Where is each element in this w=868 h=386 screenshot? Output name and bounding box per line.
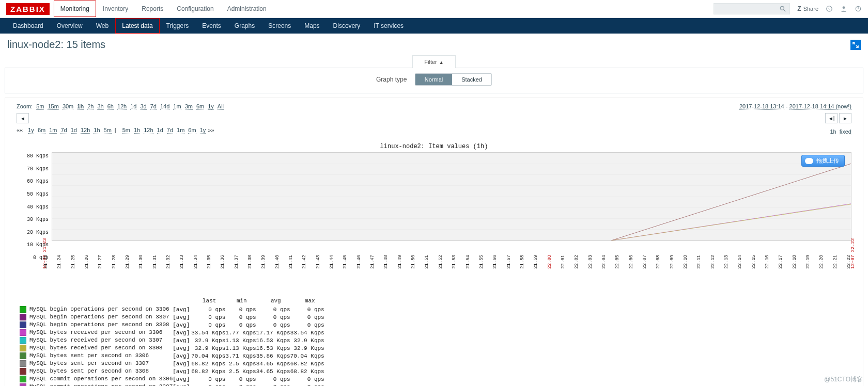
zoom-5m[interactable]: 5m (36, 103, 44, 110)
step-fwd-7d[interactable]: 7d (167, 127, 173, 134)
sub-nav-graphs[interactable]: Graphs (228, 18, 261, 34)
search-icon (779, 5, 786, 12)
legend-row: MySQL bytes sent per second on 3308[avg]… (20, 367, 324, 375)
step-back-5m[interactable]: 5m (104, 127, 112, 134)
nav-next-button[interactable]: ► (839, 113, 851, 123)
svg-point-0 (781, 6, 784, 10)
zoom-3h[interactable]: 3h (97, 103, 103, 110)
step-back-1y[interactable]: 1y (28, 127, 34, 134)
sub-nav-latest-data[interactable]: Latest data (115, 18, 159, 34)
step-fwd-5m[interactable]: 5m (122, 127, 130, 134)
chart-title: linux-node2: Item values (1h) (17, 143, 851, 150)
sub-nav-events[interactable]: Events (195, 18, 228, 34)
upload-badge[interactable]: 拖拽上传 (801, 155, 845, 167)
fixed-mode[interactable]: fixed (840, 128, 851, 135)
zoom-3m[interactable]: 3m (185, 103, 193, 110)
step-left-cap: «« (17, 127, 23, 133)
sub-nav: DashboardOverviewWebLatest dataTriggersE… (0, 18, 868, 34)
time-from[interactable]: 2017-12-18 13:14 (739, 103, 784, 110)
graph-type-segmented: Normal Stacked (415, 73, 492, 86)
svg-text:?: ? (828, 7, 830, 11)
filter-section: Filter▲ Graph type Normal Stacked (0, 55, 868, 93)
plot-area[interactable]: 拖拽上传 (52, 152, 851, 241)
step-fwd-12h[interactable]: 12h (144, 127, 153, 134)
graph-panel: Zoom: 5m15m30m1h2h3h6h12h1d3d7d14d1m3m6m… (5, 98, 863, 386)
zoom-7d[interactable]: 7d (150, 103, 157, 110)
svg-line-1 (784, 10, 786, 12)
legend-row: MySQL bytes received per second on 3307[… (20, 336, 324, 344)
filter-toggle[interactable]: Filter▲ (412, 55, 455, 68)
zoom-15m[interactable]: 15m (48, 103, 58, 110)
main-nav-reports[interactable]: Reports (135, 1, 170, 17)
zoom-1h[interactable]: 1h (77, 103, 84, 110)
main-nav-monitoring[interactable]: Monitoring (54, 1, 96, 17)
sub-nav-web[interactable]: Web (89, 18, 115, 34)
legend-row: MySQL bytes sent per second on 3306[avg]… (20, 352, 324, 360)
legend-row: MySQL begin operations per second on 330… (20, 313, 324, 321)
zoom-label: Zoom: (17, 103, 33, 109)
fullscreen-button[interactable] (850, 40, 861, 50)
zoom-14d[interactable]: 14d (160, 103, 169, 110)
time-to[interactable]: 2017-12-18 14:14 (now!) (789, 103, 851, 110)
sub-nav-screens[interactable]: Screens (261, 18, 298, 34)
time-range: 2017-12-18 13:14 - 2017-12-18 14:14 (now… (739, 103, 851, 109)
step-back-7d[interactable]: 7d (60, 127, 67, 134)
svg-line-15 (611, 164, 851, 240)
step-back-12h[interactable]: 12h (81, 127, 90, 134)
legend-row: MySQL bytes sent per second on 3307[avg]… (20, 360, 324, 367)
zabbix-z-icon: Z (797, 5, 801, 12)
step-fwd-6m[interactable]: 6m (188, 127, 196, 134)
legend-row: MySQL commit operations per second on 33… (20, 375, 324, 383)
top-bar: ZABBIX MonitoringInventoryReportsConfigu… (0, 0, 868, 18)
graph-type-normal[interactable]: Normal (415, 74, 452, 85)
zoom-6h[interactable]: 6h (107, 103, 114, 110)
zoom-1y[interactable]: 1y (208, 103, 214, 110)
top-right-tools: Z Share ? (714, 3, 862, 14)
zoom-30m[interactable]: 30m (63, 103, 73, 110)
step-fwd-1y[interactable]: 1y (200, 127, 206, 134)
step-fwd-1m[interactable]: 1m (177, 127, 184, 134)
zoom-1m[interactable]: 1m (173, 103, 181, 110)
zoom-2h[interactable]: 2h (87, 103, 94, 110)
step-back-1d[interactable]: 1d (71, 127, 77, 134)
main-nav: MonitoringInventoryReportsConfigurationA… (54, 1, 273, 17)
graph-type-label: Graph type (376, 76, 407, 83)
step-right-cap: »» (208, 127, 214, 133)
zoom-All[interactable]: All (218, 103, 224, 110)
step-back-1m[interactable]: 1m (49, 127, 57, 134)
share-button[interactable]: Z Share (797, 5, 818, 12)
main-nav-inventory[interactable]: Inventory (96, 1, 135, 17)
user-icon[interactable] (840, 5, 847, 12)
zoom-1d[interactable]: 1d (130, 103, 136, 110)
page-header: linux-node2: 15 items (0, 34, 868, 55)
sub-nav-dashboard[interactable]: Dashboard (6, 18, 50, 34)
legend-row: MySQL bytes received per second on 3306[… (20, 329, 324, 336)
nav-prev-end-button[interactable]: ◄| (825, 113, 838, 123)
nav-prev-button[interactable]: ◄ (17, 113, 29, 123)
zoom-12h[interactable]: 12h (117, 103, 127, 110)
step-back-6m[interactable]: 6m (38, 127, 45, 134)
x-axis: 12-07 21.2321.2321.2421.2521.2621.2721.2… (49, 243, 851, 269)
help-icon[interactable]: ? (826, 5, 833, 12)
search-input[interactable] (714, 3, 790, 14)
expand-icon (853, 42, 859, 48)
step-fwd-1d[interactable]: 1d (157, 127, 163, 134)
legend-row: MySQL commit operations per second on 33… (20, 383, 324, 386)
legend-row: MySQL begin operations per second on 330… (20, 321, 324, 329)
zoom-3d[interactable]: 3d (140, 103, 146, 110)
sub-nav-maps[interactable]: Maps (298, 18, 326, 34)
logo[interactable]: ZABBIX (6, 3, 50, 15)
zoom-6m[interactable]: 6m (196, 103, 204, 110)
legend-row: MySQL bytes received per second on 3308[… (20, 344, 324, 352)
main-nav-configuration[interactable]: Configuration (170, 1, 220, 17)
graph-type-stacked[interactable]: Stacked (452, 74, 491, 85)
sub-nav-overview[interactable]: Overview (50, 18, 89, 34)
step-back-1h[interactable]: 1h (94, 127, 100, 134)
svg-point-4 (843, 6, 845, 9)
sub-nav-discovery[interactable]: Discovery (327, 18, 367, 34)
sub-nav-triggers[interactable]: Triggers (160, 18, 196, 34)
main-nav-administration[interactable]: Administration (221, 1, 273, 17)
power-icon[interactable] (855, 5, 862, 12)
sub-nav-it-services[interactable]: IT services (367, 18, 410, 34)
step-fwd-1h[interactable]: 1h (134, 127, 140, 134)
